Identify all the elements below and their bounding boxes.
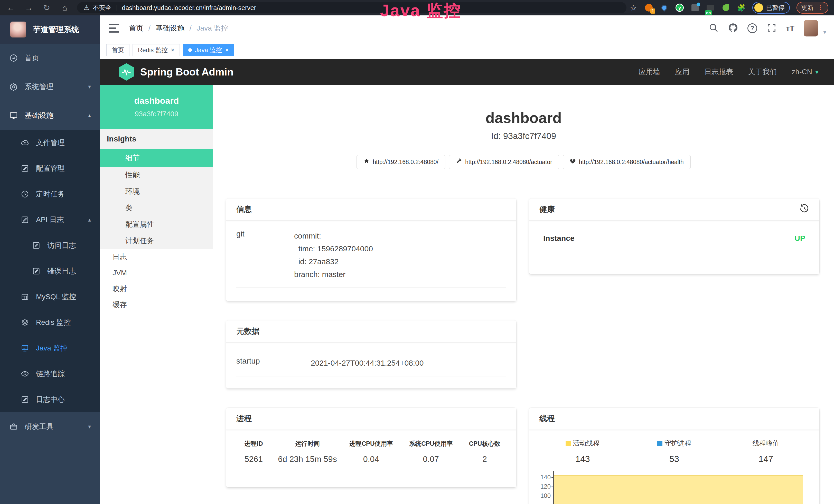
grid-extension-icon[interactable] — [691, 3, 699, 12]
browser-address-bar[interactable]: ⚠ 不安全 dashboard.yudao.iocoder.cn/infra/a… — [77, 2, 627, 13]
sidebar-item-label: 日志中心 — [36, 395, 65, 404]
tab-label: Redis 监控 — [138, 46, 168, 54]
instance-link-button[interactable]: http://192.168.0.2:48080/ — [356, 155, 445, 169]
wrench-icon — [456, 158, 462, 166]
browser-update-button[interactable]: 更新 ⋮ — [796, 2, 828, 14]
card-info: 信息 git commit: time: 1596289704000 id: 2… — [226, 199, 516, 301]
sidebar-item-cron-job[interactable]: 定时任务 — [0, 181, 100, 207]
breadcrumb-separator: / — [190, 24, 192, 32]
sba-language-select[interactable]: zh-CN▾ — [792, 68, 818, 76]
sidebar-item-java[interactable]: Java 监控 — [0, 335, 100, 361]
sba-nav-applications[interactable]: 应用 — [675, 67, 690, 77]
extension-on-badge: on — [705, 10, 712, 15]
edit-icon — [32, 241, 41, 250]
breadcrumb-item[interactable]: 基础设施 — [156, 23, 184, 33]
sba-item-缓存[interactable]: 缓存 — [100, 297, 213, 313]
sba-brand[interactable]: Spring Boot Admin — [140, 66, 234, 78]
app-logo-image — [10, 22, 26, 38]
health-instance-row[interactable]: Instance UP — [543, 234, 805, 252]
help-icon[interactable]: ? — [747, 23, 757, 33]
tab-Java 监控[interactable]: Java 监控× — [183, 44, 234, 56]
sba-instance-id: 93a3fc7f7409 — [135, 110, 178, 118]
sba-item-JVM[interactable]: JVM — [100, 265, 213, 281]
github-icon[interactable] — [728, 23, 738, 34]
sidebar-item-label: 链路追踪 — [36, 369, 65, 379]
sidebar-item-trace[interactable]: 链路追踪 — [0, 361, 100, 387]
sba-item-环境[interactable]: 环境 — [100, 183, 213, 200]
sba-menu-group: Insights细节性能环境类配置属性计划任务 — [100, 129, 213, 249]
sba-item-日志[interactable]: 日志 — [100, 249, 213, 265]
bookmark-star-icon[interactable]: ☆ — [629, 3, 638, 12]
legend-value: 147 — [720, 454, 812, 464]
instance-link-url: http://192.168.0.2:48080/ — [373, 159, 438, 166]
forward-icon[interactable]: → — [24, 0, 34, 16]
reload-icon[interactable]: ↻ — [42, 0, 52, 16]
legend-label: 活动线程 — [566, 439, 599, 448]
sidebar-item-file-mgmt[interactable]: 文件管理 — [0, 130, 100, 156]
threads-chart: 140120100 — [537, 471, 812, 504]
profile-paused-chip[interactable]: 已暂停 — [752, 2, 790, 14]
sba-nav-journal[interactable]: 日志报表 — [705, 67, 733, 77]
sidebar-item-access-log[interactable]: 访问日志 — [0, 233, 100, 258]
home-icon[interactable]: ⌂ — [60, 0, 70, 16]
sidebar-item-home[interactable]: 首页 — [0, 44, 100, 72]
instance-link-button[interactable]: http://192.168.0.2:48080/actuator/health — [563, 155, 691, 169]
sba-nav-wallboard[interactable]: 应用墙 — [639, 67, 660, 77]
sidebar-item-redis[interactable]: Redis 监控 — [0, 310, 100, 335]
sidebar-item-infra[interactable]: 基础设施▴ — [0, 101, 100, 130]
extensions-puzzle-icon[interactable]: 🧩 — [737, 3, 746, 12]
edit-icon — [32, 267, 41, 275]
sidebar-item-system[interactable]: 系统管理▾ — [0, 72, 100, 101]
sba-item-类[interactable]: 类 — [100, 200, 213, 216]
on-extension-icon[interactable]: on — [706, 3, 715, 12]
chevron-down-icon: ▾ — [88, 84, 91, 90]
sba-item-性能[interactable]: 性能 — [100, 167, 213, 183]
process-column-header: 系统CPU使用率 — [401, 439, 461, 448]
avatar-caret-icon[interactable]: ▾ — [823, 28, 826, 36]
gear-icon — [9, 83, 18, 91]
browser-menu-icon[interactable]: ⋮ — [817, 4, 824, 12]
user-avatar[interactable] — [804, 20, 818, 37]
sidebar-submenu: 文件管理配置管理定时任务API 日志▴访问日志错误日志MySQL 监控Redis… — [0, 130, 100, 412]
tab-首页[interactable]: 首页 — [106, 44, 129, 56]
sba-item-计划任务[interactable]: 计划任务 — [100, 233, 213, 249]
back-icon[interactable]: ← — [6, 0, 16, 16]
sidebar-item-label: 文件管理 — [36, 138, 65, 147]
search-icon[interactable] — [708, 23, 719, 34]
chevron-down-icon: ▾ — [815, 68, 818, 76]
sidebar-item-mysql[interactable]: MySQL 监控 — [0, 284, 100, 310]
sidebar-logo-link[interactable]: 芋道管理系统 — [0, 16, 100, 44]
leaf-extension-icon[interactable] — [722, 3, 730, 12]
page-url: dashboard.yudao.iocoder.cn/infra/admin-s… — [122, 4, 256, 12]
y-extension-icon[interactable]: y — [675, 3, 684, 12]
health-history-icon[interactable] — [799, 204, 809, 215]
sidebar-item-api-log[interactable]: API 日志▴ — [0, 207, 100, 233]
hamburger-icon[interactable] — [109, 24, 119, 32]
sba-nav-about[interactable]: 关于我们 — [748, 67, 777, 77]
fullscreen-icon[interactable] — [766, 23, 777, 34]
font-size-icon[interactable]: ᴛT — [786, 24, 794, 32]
sba-instance-header: dashboard 93a3fc7f7409 — [100, 85, 213, 129]
sidebar-item-error-log[interactable]: 错误日志 — [0, 258, 100, 284]
sba-item-配置属性[interactable]: 配置属性 — [100, 216, 213, 233]
tab-close-icon[interactable]: × — [225, 47, 228, 53]
pin-extension-icon[interactable] — [660, 3, 668, 12]
sba-item-映射[interactable]: 映射 — [100, 281, 213, 297]
sba-item-细节[interactable]: 细节 — [100, 149, 213, 167]
sba-group-label[interactable]: Insights — [100, 129, 213, 149]
info-row-value: commit: time: 1596289704000 id: 27aa832 … — [294, 230, 506, 281]
tab-close-icon[interactable]: × — [171, 47, 174, 53]
extension-orange-icon[interactable]: 1 — [644, 3, 653, 12]
security-warning-icon: ⚠ — [84, 4, 89, 11]
breadcrumb-item[interactable]: 首页 — [129, 23, 143, 33]
sidebar-item-log-center[interactable]: 日志中心 — [0, 387, 100, 412]
sba-instance-name: dashboard — [134, 96, 179, 106]
threads-legend: 活动线程143守护进程53线程峰值147 — [537, 439, 812, 464]
sidebar-item-dev-tools[interactable]: 研发工具▾ — [0, 412, 100, 441]
sidebar-item-config-mgmt[interactable]: 配置管理 — [0, 156, 100, 181]
sba-logo-icon[interactable] — [119, 63, 134, 81]
tab-Redis 监控[interactable]: Redis 监控× — [133, 44, 180, 56]
instance-link-button[interactable]: http://192.168.0.2:48080/actuator — [449, 155, 559, 169]
monitor-icon — [9, 111, 18, 120]
legend-swatch-icon — [657, 441, 662, 446]
